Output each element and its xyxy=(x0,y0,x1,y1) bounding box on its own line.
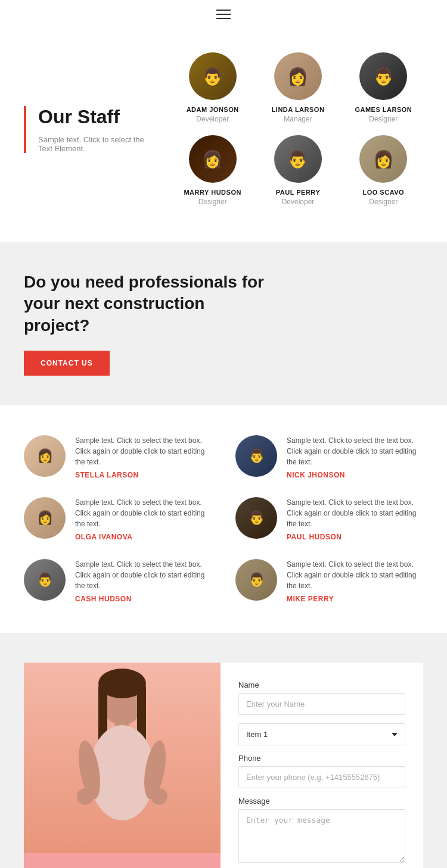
staff-avatar: 👨 xyxy=(189,52,237,100)
team-list-avatar: 👨 xyxy=(235,497,277,539)
staff-member-role: Designer xyxy=(344,115,423,123)
team-list-name: STELLA LARSON xyxy=(75,471,212,479)
cta-section: Do you need professionals for your next … xyxy=(0,242,447,405)
team-list-item: 👩 Sample text. Click to select the text … xyxy=(24,497,212,541)
team-list-item: 👩 Sample text. Click to select the text … xyxy=(24,435,212,479)
team-list-item: 👨 Sample text. Click to select the text … xyxy=(235,435,423,479)
staff-member: 👩 LOO SCAVO Designer xyxy=(344,135,423,206)
name-label: Name xyxy=(238,680,405,689)
contact-us-button[interactable]: CONTACT US xyxy=(24,351,110,376)
svg-point-8 xyxy=(77,788,94,805)
team-list-item: 👨 Sample text. Click to select the text … xyxy=(24,559,212,603)
team-list-text: Sample text. Click to select the text bo… xyxy=(287,559,423,603)
staff-member-name: MARRY HUDSON xyxy=(173,189,252,196)
staff-member: 👨 PAUL PERRY Developer xyxy=(258,135,337,206)
team-list-text: Sample text. Click to select the text bo… xyxy=(75,559,212,603)
phone-label: Phone xyxy=(238,754,405,763)
staff-avatar: 👩 xyxy=(359,135,407,183)
contact-form: Name Item 1Item 2Item 3 Phone Message SU… xyxy=(221,663,423,868)
staff-member: 👩 LINDA LARSON Manager xyxy=(258,52,337,123)
team-list-text: Sample text. Click to select the text bo… xyxy=(75,435,212,479)
staff-member-role: Manager xyxy=(258,115,337,123)
header xyxy=(0,0,447,29)
svg-point-9 xyxy=(151,788,167,805)
menu-icon[interactable] xyxy=(216,10,231,19)
team-list-text: Sample text. Click to select the text bo… xyxy=(287,435,423,479)
item-select[interactable]: Item 1Item 2Item 3 xyxy=(238,723,405,745)
team-list-grid: 👩 Sample text. Click to select the text … xyxy=(24,435,423,603)
staff-avatar: 👩 xyxy=(189,135,237,183)
staff-avatar: 👨 xyxy=(274,135,322,183)
contact-section: Name Item 1Item 2Item 3 Phone Message SU… xyxy=(0,633,447,868)
team-list-avatar: 👩 xyxy=(24,435,66,477)
team-list-desc: Sample text. Click to select the text bo… xyxy=(75,435,212,467)
team-list-name: PAUL HUDSON xyxy=(287,533,423,541)
team-list-text: Sample text. Click to select the text bo… xyxy=(287,497,423,541)
staff-title: Our Staff xyxy=(38,106,155,128)
team-list-desc: Sample text. Click to select the text bo… xyxy=(287,435,423,467)
staff-member-name: ADAM JONSON xyxy=(173,106,252,113)
staff-member-name: LINDA LARSON xyxy=(258,106,337,113)
team-list-desc: Sample text. Click to select the text bo… xyxy=(75,559,212,591)
team-list-avatar: 👩 xyxy=(24,497,66,539)
contact-image xyxy=(24,663,221,868)
team-list-name: OLGA IVANOVA xyxy=(75,533,212,541)
staff-section: Our Staff Sample text. Click to select t… xyxy=(0,29,447,242)
team-list-avatar: 👨 xyxy=(235,435,277,477)
team-list-avatar: 👨 xyxy=(24,559,66,601)
team-list-name: CASH HUDSON xyxy=(75,595,212,603)
staff-member-role: Developer xyxy=(258,198,337,206)
team-list-text: Sample text. Click to select the text bo… xyxy=(75,497,212,541)
staff-member: 👨 ADAM JONSON Developer xyxy=(173,52,252,123)
team-list-avatar: 👨 xyxy=(235,559,277,601)
staff-member-name: PAUL PERRY xyxy=(258,189,337,196)
team-list-desc: Sample text. Click to select the text bo… xyxy=(287,559,423,591)
staff-member-name: LOO SCAVO xyxy=(344,189,423,196)
staff-subtitle: Sample text. Click to select the Text El… xyxy=(38,135,155,153)
team-list-name: MIKE PERRY xyxy=(287,595,423,603)
staff-member-role: Developer xyxy=(173,115,252,123)
message-label: Message xyxy=(238,797,405,805)
team-list-desc: Sample text. Click to select the text bo… xyxy=(287,497,423,529)
cta-heading: Do you need professionals for your next … xyxy=(24,271,274,336)
staff-avatar: 👨 xyxy=(359,52,407,100)
team-list-desc: Sample text. Click to select the text bo… xyxy=(75,497,212,529)
staff-member: 👨 GAMES LARSON Designer xyxy=(344,52,423,123)
staff-avatar: 👩 xyxy=(274,52,322,100)
staff-member: 👩 MARRY HUDSON Designer xyxy=(173,135,252,206)
message-input[interactable] xyxy=(238,809,405,863)
team-list-item: 👨 Sample text. Click to select the text … xyxy=(235,497,423,541)
team-list-item: 👨 Sample text. Click to select the text … xyxy=(235,559,423,603)
phone-input[interactable] xyxy=(238,766,405,788)
team-list-name: NICK JHONSON xyxy=(287,471,423,479)
name-input[interactable] xyxy=(238,693,405,715)
staff-member-role: Designer xyxy=(344,198,423,206)
staff-grid: 👨 ADAM JONSON Developer 👩 LINDA LARSON M… xyxy=(173,52,423,206)
staff-member-name: GAMES LARSON xyxy=(344,106,423,113)
staff-member-role: Designer xyxy=(173,198,252,206)
team-list-section: 👩 Sample text. Click to select the text … xyxy=(0,405,447,633)
